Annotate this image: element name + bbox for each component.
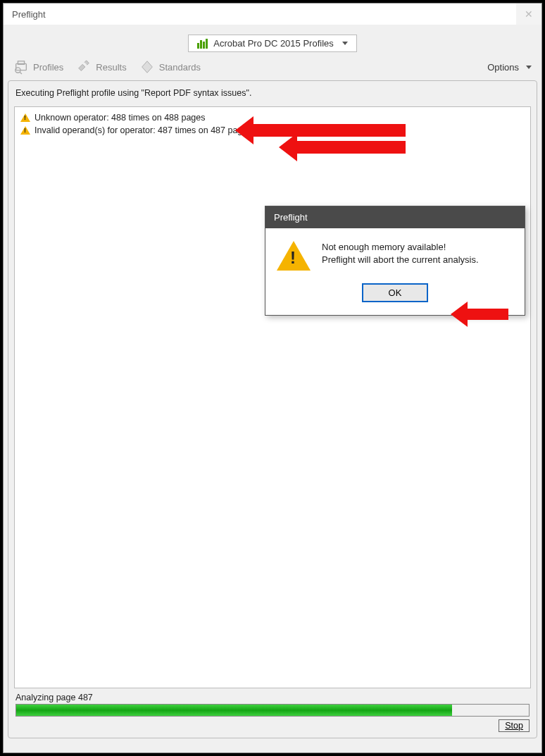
warning-icon <box>20 113 30 122</box>
profile-selector-label: Acrobat Pro DC 2015 Profiles <box>213 38 334 49</box>
error-dialog: Preflight Not enough memory available! P… <box>265 206 525 316</box>
progress-bar <box>15 704 530 717</box>
profiles-label: Profiles <box>33 62 63 73</box>
titlebar: Preflight ✕ <box>4 4 541 25</box>
annotation-arrow <box>465 309 508 320</box>
result-row[interactable]: Unknown operator: 488 times on 488 pages <box>18 111 527 124</box>
results-tab[interactable]: Results <box>76 59 126 75</box>
dialog-title: Preflight <box>265 206 525 228</box>
results-box: Unknown operator: 488 times on 488 pages… <box>14 106 531 688</box>
dialog-line1: Not enough memory available! <box>322 241 479 254</box>
status-line: Executing Preflight profile using "Repor… <box>14 88 531 98</box>
chevron-down-icon <box>526 66 532 69</box>
standards-label: Standards <box>159 62 201 73</box>
preflight-window: Preflight ✕ Acrobat Pro DC 2015 Profiles… <box>3 3 542 753</box>
result-text: Invalid operand(s) for operator: 487 tim… <box>35 125 252 135</box>
chevron-down-icon <box>342 42 348 45</box>
profiles-tab[interactable]: Profiles <box>13 59 63 75</box>
dialog-line2: Preflight will abort the current analysi… <box>322 254 479 266</box>
svg-line-3 <box>20 72 22 74</box>
stop-button[interactable]: Stop <box>499 719 530 732</box>
results-label: Results <box>96 62 126 73</box>
progress-fill <box>16 705 452 716</box>
content-panel: Executing Preflight profile using "Repor… <box>8 80 537 738</box>
profile-selector[interactable]: Acrobat Pro DC 2015 Profiles <box>188 35 357 52</box>
warning-icon <box>20 126 30 135</box>
ok-button[interactable]: OK <box>362 283 429 302</box>
close-icon[interactable]: ✕ <box>516 4 541 25</box>
analyzing-status: Analyzing page 487 <box>15 693 530 702</box>
warning-icon <box>277 241 311 271</box>
annotation-arrow <box>251 124 406 137</box>
options-menu[interactable]: Options <box>487 62 532 73</box>
svg-rect-1 <box>18 61 24 65</box>
wrench-check-icon <box>76 59 92 75</box>
standards-tab[interactable]: Standards <box>139 59 201 75</box>
window-title: Preflight <box>12 9 46 20</box>
diamond-icon <box>139 59 155 75</box>
bars-icon <box>197 39 208 49</box>
svg-marker-4 <box>142 61 152 73</box>
result-text: Unknown operator: 488 times on 488 pages <box>35 113 206 123</box>
dialog-message: Not enough memory available! Preflight w… <box>322 241 479 266</box>
options-label: Options <box>487 62 519 73</box>
profile-selector-row: Acrobat Pro DC 2015 Profiles <box>4 25 541 59</box>
annotation-arrow <box>294 141 406 154</box>
toolbar: Profiles Results Standards Options <box>4 59 541 80</box>
printer-search-icon <box>13 59 29 75</box>
